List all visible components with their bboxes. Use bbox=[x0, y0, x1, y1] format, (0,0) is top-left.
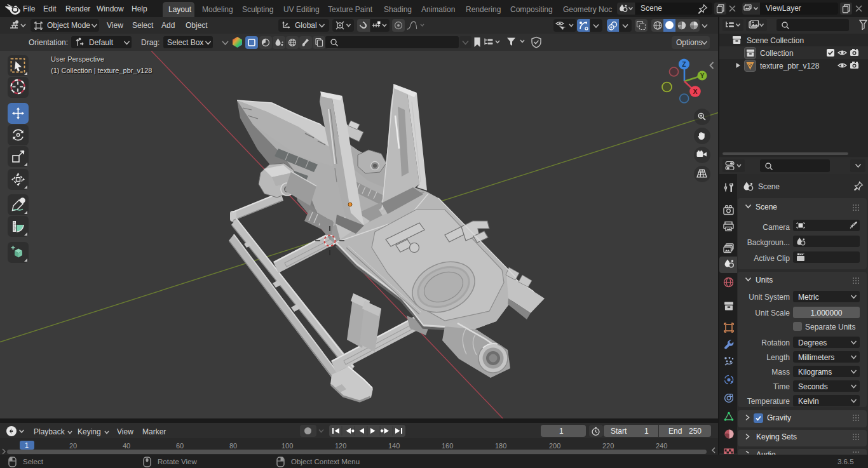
svg-text:X: X bbox=[693, 88, 697, 95]
svg-text:Z: Z bbox=[682, 60, 686, 68]
svg-text:Y: Y bbox=[700, 72, 705, 79]
